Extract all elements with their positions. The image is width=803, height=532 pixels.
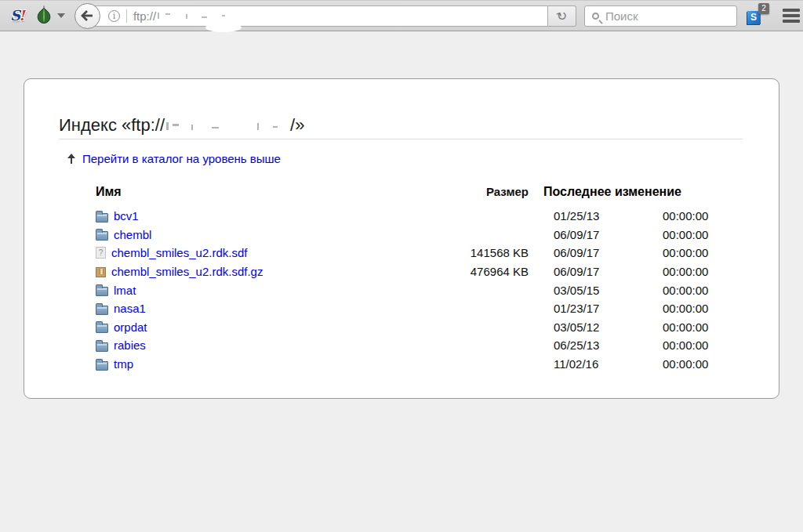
search-input[interactable] xyxy=(605,9,729,23)
file-date: 03/05/12 xyxy=(529,320,639,334)
table-row: orpdat 03/05/12 00:00:00 xyxy=(96,318,743,337)
page-background: Индекс «ftp:///» Перейти в каталог на ур… xyxy=(0,78,803,532)
file-date: 11/02/16 xyxy=(529,357,639,371)
file-size: 476964 KB xyxy=(432,265,529,278)
file-date: 06/09/17 xyxy=(529,265,639,278)
chevron-down-icon[interactable] xyxy=(57,13,65,18)
file-link[interactable]: orpdat xyxy=(114,320,147,334)
listing-header-row: Имя Размер Последнее изменение xyxy=(96,185,743,207)
column-header-modified: Последнее изменение xyxy=(529,185,733,199)
file-date: 01/25/13 xyxy=(529,209,639,223)
file-link[interactable]: bcv1 xyxy=(114,209,139,223)
parent-directory-link[interactable]: Перейти в каталог на уровень выше xyxy=(82,152,281,165)
session-manager-icon[interactable]: S 2 xyxy=(747,8,763,24)
url-text: ftp:// xyxy=(133,9,156,23)
column-header-name: Имя xyxy=(96,185,432,199)
directory-listing: Имя Размер Последнее изменение bcv1 01/2… xyxy=(96,185,743,373)
file-date: 01/23/17 xyxy=(529,302,639,315)
hamburger-menu-button[interactable] xyxy=(779,5,803,26)
folder-icon xyxy=(96,213,108,223)
table-row: chembl_smiles_u2.rdk.sdf 141568 KB 06/09… xyxy=(96,244,743,262)
table-row: tmp 11/02/16 00:00:00 xyxy=(96,355,743,374)
file-time: 00:00:00 xyxy=(639,228,733,241)
back-button[interactable] xyxy=(74,3,100,29)
column-header-size: Размер xyxy=(432,185,529,198)
file-time: 00:00:00 xyxy=(639,338,733,352)
file-link[interactable]: chembl_smiles_u2.rdk.sdf xyxy=(111,246,247,259)
file-time: 00:00:00 xyxy=(639,302,733,315)
file-link[interactable]: tmp xyxy=(114,357,133,371)
table-row: lmat 03/05/15 00:00:00 xyxy=(96,280,743,299)
table-row: nasa1 01/23/17 00:00:00 xyxy=(96,299,743,318)
url-bar[interactable]: i ftp:// xyxy=(87,5,548,27)
search-box[interactable] xyxy=(584,5,737,27)
page-title: Индекс «ftp:///» xyxy=(59,115,743,136)
file-link[interactable]: chembl_smiles_u2.rdk.sdf.gz xyxy=(111,265,263,278)
table-row: chembl 06/09/17 00:00:00 xyxy=(96,226,743,244)
folder-icon xyxy=(96,231,108,241)
file-link[interactable]: lmat xyxy=(114,284,136,297)
table-row: bcv1 01/25/13 00:00:00 xyxy=(96,207,743,226)
search-icon xyxy=(592,13,599,20)
title-divider xyxy=(59,139,743,139)
ftp-index-card: Индекс «ftp:///» Перейти в каталог на ур… xyxy=(24,78,779,399)
redaction-smudge xyxy=(205,23,242,32)
folder-icon xyxy=(96,306,108,315)
file-time: 00:00:00 xyxy=(639,284,733,297)
tor-onion-icon[interactable] xyxy=(36,5,52,27)
file-time: 00:00:00 xyxy=(639,246,733,259)
folder-icon xyxy=(96,361,108,371)
file-date: 06/25/13 xyxy=(529,338,639,352)
info-icon[interactable]: i xyxy=(108,10,120,22)
url-separator xyxy=(126,9,127,23)
file-time: 00:00:00 xyxy=(639,265,733,278)
file-time: 00:00:00 xyxy=(639,320,733,334)
parent-directory-row: Перейти в каталог на уровень выше xyxy=(67,152,743,165)
folder-icon xyxy=(96,287,108,296)
folder-icon xyxy=(96,324,108,333)
folder-icon xyxy=(96,342,108,352)
reload-button[interactable]: ↻ xyxy=(548,5,576,27)
browser-toolbar: S! i ftp:// ↻ xyxy=(0,0,803,31)
file-link[interactable]: nasa1 xyxy=(114,302,146,315)
file-link[interactable]: chembl xyxy=(114,228,151,241)
addon-s-logo-icon[interactable]: S! xyxy=(10,9,24,23)
up-arrow-icon xyxy=(67,154,75,164)
unknown-file-icon xyxy=(96,247,106,259)
listing-body: bcv1 01/25/13 00:00:00 chembl 06/09/17 0… xyxy=(96,207,743,373)
session-badge: 2 xyxy=(758,3,769,14)
archive-icon xyxy=(96,267,106,277)
table-row: rabies 06/25/13 00:00:00 xyxy=(96,336,743,355)
file-date: 06/09/17 xyxy=(529,246,639,259)
title-redacted-area xyxy=(165,121,290,132)
file-date: 06/09/17 xyxy=(529,228,639,241)
file-size: 141568 KB xyxy=(432,246,529,259)
file-date: 03/05/15 xyxy=(529,284,639,297)
url-redacted-area xyxy=(156,11,234,20)
file-time: 00:00:00 xyxy=(639,209,733,223)
table-row: chembl_smiles_u2.rdk.sdf.gz 476964 KB 06… xyxy=(96,262,743,281)
file-time: 00:00:00 xyxy=(639,357,733,371)
reload-icon: ↻ xyxy=(554,7,569,24)
file-link[interactable]: rabies xyxy=(114,338,146,352)
back-arrow-icon xyxy=(81,10,93,21)
